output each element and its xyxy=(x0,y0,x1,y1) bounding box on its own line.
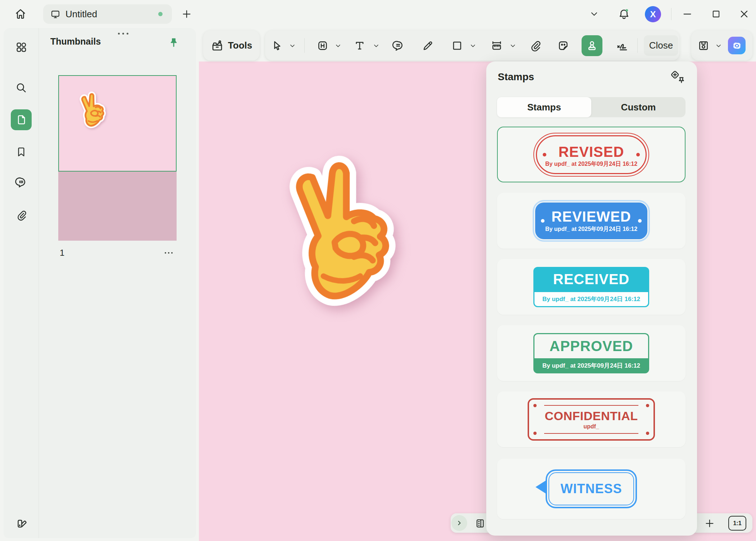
select-tool-dropdown[interactable] xyxy=(287,38,298,53)
stamp-byline: By updf_ at 2025年09月24日 16:12 xyxy=(542,362,640,370)
new-tab-button[interactable] xyxy=(178,5,196,23)
save-dropdown[interactable] xyxy=(713,38,724,53)
stamp-byline: updf_ xyxy=(583,423,599,430)
ai-assistant-button[interactable] xyxy=(728,37,746,54)
plus-icon xyxy=(704,518,715,529)
pen-tool[interactable] xyxy=(419,37,436,54)
sidebar-item-bookmarks[interactable] xyxy=(11,141,32,162)
ruler-icon xyxy=(491,40,503,52)
minimize-button[interactable] xyxy=(678,4,697,24)
sticker-tool[interactable] xyxy=(555,37,572,54)
home-button[interactable] xyxy=(10,3,31,24)
measure-tool-dropdown[interactable] xyxy=(507,38,518,53)
sidebar-item-thumbnails[interactable] xyxy=(11,109,32,130)
page-thumbnail-hidden-area xyxy=(58,172,177,241)
stamp-label: REVISED xyxy=(559,144,624,160)
sidebar-item-search[interactable] xyxy=(11,77,32,98)
stamp-tool-active[interactable] xyxy=(582,35,602,56)
text-tool[interactable] xyxy=(351,37,368,54)
measure-tool[interactable] xyxy=(488,37,505,54)
toolbar-divider xyxy=(637,38,638,53)
stamp-item-received[interactable]: RECEIVED By updf_ at 2025年09月24日 16:12 xyxy=(497,259,686,315)
stamp-item-confidential[interactable]: CONFIDENTIAL updf_ xyxy=(497,391,686,447)
stamp-item-approved[interactable]: APPROVED By updf_ at 2025年09月24日 16:12 xyxy=(497,325,686,381)
witness-stamp-art: WITNESS xyxy=(546,469,637,508)
attach-tool[interactable] xyxy=(527,37,544,54)
notifications-button[interactable] xyxy=(614,4,634,24)
close-icon xyxy=(739,9,750,19)
tools-label: Tools xyxy=(228,40,252,51)
expand-statusbar-button[interactable] xyxy=(451,515,467,531)
heading-tool-dropdown[interactable] xyxy=(333,38,343,53)
chevron-down-icon xyxy=(589,9,599,19)
pin-panel-button[interactable] xyxy=(166,35,182,50)
comment-tool[interactable] xyxy=(390,37,407,54)
comment-bubble-icon xyxy=(392,40,404,52)
signature-tool[interactable] xyxy=(614,37,631,54)
sidebar-item-comments[interactable] xyxy=(11,172,32,193)
tabs-dropdown-button[interactable] xyxy=(584,4,604,24)
stamp-add-pin-icon xyxy=(670,69,686,85)
avatar-initial: X xyxy=(650,9,656,19)
stamp-item-revised[interactable]: REVISED By updf_ at 2025年09月24日 16:12 xyxy=(497,127,686,182)
sidebar-item-theme[interactable] xyxy=(11,513,32,533)
zoom-in-button[interactable] xyxy=(702,516,717,531)
save-icon xyxy=(697,40,710,52)
stamps-panel-title: Stamps xyxy=(498,71,534,83)
stamp-item-reviewed[interactable]: REVIEWED By updf_ at 2025年09月24日 16:12 xyxy=(497,193,686,249)
create-stamp-pin-button[interactable] xyxy=(669,69,686,86)
sidebar-item-apps[interactable] xyxy=(11,37,32,58)
toolbar-divider xyxy=(304,38,305,53)
select-tool[interactable] xyxy=(268,37,286,54)
grid-icon xyxy=(15,41,27,53)
tools-button[interactable]: Tools xyxy=(203,31,260,60)
sidebar-item-attachments[interactable] xyxy=(11,205,32,226)
page-thumbnail[interactable] xyxy=(58,75,177,241)
paperclip-icon xyxy=(529,40,541,52)
confidential-stamp-art: CONFIDENTIAL updf_ xyxy=(528,398,655,441)
peace-hand-sticker-thumb xyxy=(76,88,114,130)
unsaved-dot xyxy=(158,12,163,16)
close-tool-mode-button[interactable]: Close xyxy=(644,35,678,56)
peace-hand-sticker[interactable] xyxy=(275,143,427,312)
stamps-tab-bar: Stamps Custom xyxy=(497,97,686,117)
page-more-button[interactable] xyxy=(161,248,176,258)
heading-tool[interactable] xyxy=(314,37,331,54)
stamp-item-witness[interactable]: WITNESS xyxy=(497,459,686,519)
save-button[interactable] xyxy=(695,37,712,54)
chevron-down-icon xyxy=(289,42,296,49)
page-layout-button[interactable] xyxy=(473,517,487,530)
chevron-down-icon xyxy=(509,42,516,49)
search-icon xyxy=(15,82,27,94)
avatar[interactable]: X xyxy=(645,6,661,22)
text-tool-dropdown[interactable] xyxy=(371,38,382,53)
maximize-button[interactable] xyxy=(706,4,726,24)
close-window-button[interactable] xyxy=(734,4,754,24)
reviewed-stamp-art: REVIEWED By updf_ at 2025年09月24日 16:12 xyxy=(533,200,650,242)
panel-drag-handle[interactable] xyxy=(111,29,135,37)
signature-icon xyxy=(615,39,629,53)
paperclip-icon xyxy=(15,209,27,221)
comment-icon xyxy=(15,176,27,188)
shape-tool[interactable] xyxy=(448,37,466,54)
stamp-byline: By updf_ at 2025年09月24日 16:12 xyxy=(542,295,640,303)
tab-stamps[interactable]: Stamps xyxy=(497,97,591,117)
chevron-down-icon xyxy=(373,42,380,49)
chevron-right-icon xyxy=(455,519,463,527)
bell-icon xyxy=(618,8,630,20)
text-icon xyxy=(354,40,366,52)
document-tab[interactable]: Untitled xyxy=(43,4,172,24)
stamp-icon xyxy=(586,39,598,52)
revised-stamp-art: REVISED By updf_ at 2025年09月24日 16:12 xyxy=(533,133,649,177)
minimize-icon xyxy=(682,9,693,19)
actual-size-button[interactable]: 1:1 xyxy=(728,516,746,531)
stamp-byline: By updf_ at 2025年09月24日 16:12 xyxy=(545,226,637,233)
tab-custom[interactable]: Custom xyxy=(591,97,686,117)
heading-box-icon xyxy=(316,40,329,52)
stamps-panel: Stamps Stamps Custom REVISED By updf_ at… xyxy=(486,62,697,536)
shape-tool-dropdown[interactable] xyxy=(468,38,478,53)
topbar-divider xyxy=(671,8,671,20)
stamp-label: WITNESS xyxy=(560,481,622,496)
pushpin-icon xyxy=(168,37,179,48)
page-number: 1 xyxy=(60,248,64,258)
